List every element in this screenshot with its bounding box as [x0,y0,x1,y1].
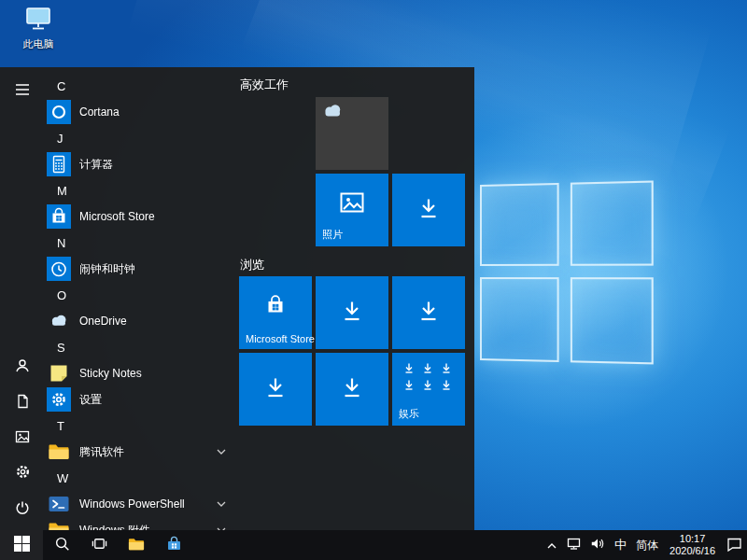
documents-button[interactable] [0,385,45,420]
power-icon [15,500,30,518]
settings-button[interactable] [0,455,45,491]
letter-label: C [57,79,65,93]
start-menu: C Cortana J 计算器 M Microsoft Store N 闹钟和时… [0,67,474,530]
chevron-up-icon [546,539,557,553]
app-item-alarms-clock[interactable]: 闹钟和时钟 [45,256,239,282]
tile-group-title-productivity[interactable]: 高效工作 [240,77,289,93]
clock-button[interactable]: 10:17 2020/6/16 [663,530,722,560]
app-list-letter-c[interactable]: C [45,73,239,99]
task-view-button[interactable] [80,530,118,560]
entertainment-folder-tile[interactable]: 娱乐 [392,353,465,426]
letter-label: T [57,419,64,433]
power-button[interactable] [0,491,45,526]
tray-date: 2020/6/16 [669,545,715,557]
app-item-tencent-folder[interactable]: 腾讯软件 [45,439,239,465]
picture-icon [15,429,30,447]
microsoft-store-tile[interactable]: Microsoft Store [239,276,312,349]
language-label: 简体 [636,538,658,553]
letter-label: W [57,471,68,485]
windows-logo-pane [571,180,654,265]
tray-show-hidden-icons-button[interactable] [542,530,562,560]
app-item-windows-accessories[interactable]: Windows 附件 [45,517,239,530]
download-icon [416,298,442,328]
app-item-settings[interactable]: 设置 [45,386,239,413]
letter-label: N [57,236,65,250]
speaker-icon [590,537,605,553]
search-icon [54,536,70,554]
gear-icon [15,464,31,483]
store-icon [47,204,71,229]
hamburger-icon [15,83,30,99]
app-list-letter-j[interactable]: J [45,125,239,151]
expand-menu-button[interactable] [0,73,45,108]
desktop: 此电脑 C [0,0,747,560]
app-label: 腾讯软件 [79,444,124,460]
app-list-letter-m[interactable]: M [45,177,239,203]
pending-download-tile[interactable] [316,353,388,426]
taskbar-search-button[interactable] [43,530,80,560]
app-label: OneDrive [79,315,127,328]
app-list-letter-s[interactable]: S [45,334,239,360]
network-icon [567,537,581,553]
app-item-microsoft-store[interactable]: Microsoft Store [45,203,239,230]
app-label: Windows 附件 [79,523,150,531]
tile-group-title-browse[interactable]: 浏览 [240,257,264,273]
ime-mode-button[interactable]: 中 [610,530,631,560]
app-item-cortana[interactable]: Cortana [45,99,239,125]
letter-label: M [57,184,67,198]
app-list-letter-o[interactable]: O [45,282,239,308]
start-menu-rail [0,67,45,530]
onedrive-cloud-icon [47,309,71,333]
ime-mode-indicator: 中 [614,537,627,553]
volume-button[interactable] [585,530,610,560]
download-icon [339,374,365,404]
app-list-letter-t[interactable]: T [45,413,239,439]
language-button[interactable]: 简体 [631,530,663,560]
store-bag-icon [261,291,289,323]
user-account-button[interactable] [0,349,45,385]
chevron-down-icon[interactable] [217,449,226,455]
task-view-icon [92,536,107,554]
tile-label: 照片 [322,228,343,242]
computer-monitor-icon [24,6,52,35]
windows-logo-pane [480,183,559,266]
pending-download-tile[interactable] [392,276,465,349]
app-label: 设置 [79,392,102,408]
mini-download-icons [401,360,455,394]
windows-logo-icon [14,536,30,554]
cloud-icon [321,103,344,118]
pending-download-tile[interactable] [392,174,465,246]
app-item-onedrive[interactable]: OneDrive [45,308,239,334]
chevron-down-icon[interactable] [217,501,226,507]
tile-label: Microsoft Store [246,333,315,344]
app-list: C Cortana J 计算器 M Microsoft Store N 闹钟和时… [45,67,239,530]
action-center-button[interactable] [722,530,747,560]
pending-download-tile[interactable] [316,276,388,349]
app-item-calculator[interactable]: 计算器 [45,151,239,177]
app-item-sticky-notes[interactable]: Sticky Notes [45,360,239,386]
photos-tile[interactable]: 照片 [316,174,388,246]
pending-download-tile[interactable] [239,353,312,426]
file-explorer-folder-icon [127,535,146,556]
settings-gear-icon [47,387,71,412]
taskbar-store-button[interactable] [155,530,192,560]
letter-label: O [57,288,66,302]
app-list-letter-n[interactable]: N [45,230,239,256]
app-item-windows-powershell[interactable]: Windows PowerShell [45,491,239,517]
start-button[interactable] [0,530,43,560]
app-list-letter-w[interactable]: W [45,465,239,491]
network-status-button[interactable] [562,530,585,560]
app-label: Microsoft Store [79,210,155,223]
pictures-button[interactable] [0,420,45,455]
taskbar-file-explorer-button[interactable] [118,530,155,560]
action-center-icon [726,536,742,554]
this-pc-desktop-icon[interactable]: 此电脑 [11,6,65,51]
powershell-icon [47,492,71,516]
windows-logo-wallpaper [480,180,655,366]
system-tray: 中 简体 10:17 2020/6/16 [542,530,747,560]
app-label: Windows PowerShell [79,497,185,511]
store-bag-icon [165,535,183,555]
onedrive-tile[interactable] [316,97,388,170]
letter-label: J [57,132,63,146]
tray-time: 10:17 [680,533,706,545]
